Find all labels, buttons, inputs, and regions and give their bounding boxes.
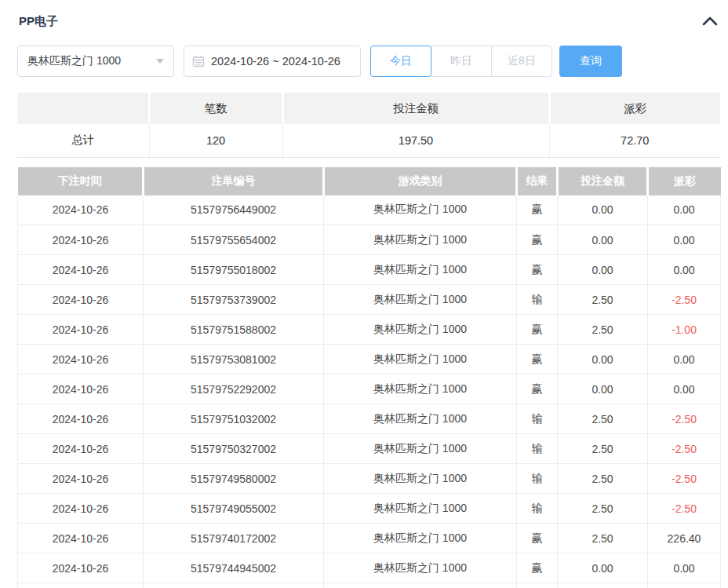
cell-bet-amount: 2.50 — [558, 285, 648, 315]
cell-payout: 0.00 — [648, 374, 721, 404]
cell-order-id: 51579752292002 — [144, 374, 324, 404]
quick-button-last-8-days[interactable]: 近8日 — [491, 46, 552, 77]
cell-order-id: 51579750327002 — [144, 434, 324, 464]
cell-game-type: 奥林匹斯之门 1000 — [324, 494, 517, 524]
table-row: 2024-10-2651579755654002奥林匹斯之门 1000赢0.00… — [18, 225, 721, 255]
summary-total-label: 总计 — [17, 124, 149, 157]
cell-bet-time: 2024-10-26 — [18, 195, 144, 225]
summary-total-row: 总计 120 197.50 72.70 — [17, 124, 720, 157]
table-row: 2024-10-2651579740172002奥林匹斯之门 1000赢2.50… — [18, 524, 721, 553]
cell-order-id: 51579753081002 — [144, 345, 324, 374]
cell-order-id: 51579756449002 — [144, 195, 324, 225]
cell-game-type: 奥林匹斯之门 1000 — [324, 404, 517, 434]
cell-bet-amount: 2.50 — [558, 464, 648, 494]
header-order-id: 注单编号 — [144, 167, 324, 195]
cell-result: 输 — [517, 434, 558, 464]
cell-order-id: 51579744945002 — [144, 553, 324, 583]
table-row: 2024-10-2651579752292002奥林匹斯之门 1000赢0.00… — [18, 374, 721, 404]
cell-bet-amount: 0.00 — [558, 195, 648, 225]
cell-result: 赢 — [517, 374, 558, 404]
cell-order-id — [144, 583, 324, 588]
bet-table-body: 2024-10-2651579756449002奥林匹斯之门 1000赢0.00… — [18, 195, 721, 588]
game-select[interactable]: 奥林匹斯之门 1000 — [17, 46, 174, 77]
cell-payout: -2.50 — [648, 404, 721, 434]
cell-payout: -2.50 — [648, 494, 721, 524]
game-select-value: 奥林匹斯之门 1000 — [27, 54, 121, 68]
cell-payout — [648, 583, 721, 588]
panel-title: PP电子 — [19, 14, 58, 29]
summary-header-count: 笔数 — [149, 93, 282, 124]
table-row: 2024-10-2651579744945002奥林匹斯之门 1000赢0.00… — [18, 553, 721, 583]
table-row: 2024-10-2651579751032002奥林匹斯之门 1000输2.50… — [18, 404, 721, 434]
header-bet-amount: 投注金额 — [558, 167, 648, 195]
cell-order-id: 51579753739002 — [144, 285, 324, 315]
collapse-button[interactable] — [700, 13, 720, 30]
table-row: 2024-10-2651579753739002奥林匹斯之门 1000输2.50… — [18, 285, 721, 315]
cell-bet-amount: 0.00 — [558, 225, 648, 255]
summary-header-bet-amount: 投注金额 — [282, 93, 549, 124]
cell-result: 赢 — [517, 225, 558, 255]
cell-bet-time: 2024-10-26 — [18, 404, 144, 434]
table-row: 2024-10-2651579750327002奥林匹斯之门 1000输2.50… — [18, 434, 721, 464]
cell-payout: 0.00 — [648, 255, 721, 285]
cell-bet-time — [18, 583, 144, 588]
cell-game-type: 奥林匹斯之门 1000 — [324, 374, 517, 404]
table-row: 2024-10-2651579756449002奥林匹斯之门 1000赢0.00… — [18, 195, 721, 225]
cell-bet-amount: 0.00 — [558, 255, 648, 285]
cell-payout: -2.50 — [648, 434, 721, 464]
summary-count-value: 120 — [149, 124, 282, 157]
cell-payout: 226.40 — [648, 524, 721, 553]
cell-payout: -2.50 — [648, 285, 721, 315]
quick-button-yesterday[interactable]: 昨日 — [431, 46, 492, 77]
cell-game-type: 奥林匹斯之门 1000 — [324, 345, 517, 374]
cell-result — [517, 583, 558, 588]
summary-header-blank — [17, 93, 149, 124]
header-result: 结果 — [517, 167, 558, 195]
cell-order-id: 51579749055002 — [144, 494, 324, 524]
cell-bet-amount: 2.50 — [558, 434, 648, 464]
summary-table: 笔数 投注金额 派彩 总计 120 197.50 72.70 — [17, 93, 720, 158]
cell-payout: 0.00 — [648, 553, 721, 583]
cell-payout: 0.00 — [648, 345, 721, 374]
cell-bet-time: 2024-10-26 — [18, 345, 144, 374]
cell-result: 输 — [517, 404, 558, 434]
cell-bet-time: 2024-10-26 — [18, 315, 144, 345]
cell-game-type: 奥林匹斯之门 1000 — [324, 255, 517, 285]
cell-bet-time: 2024-10-26 — [18, 285, 144, 315]
table-row-partial — [18, 583, 721, 588]
cell-bet-amount: 2.50 — [558, 315, 648, 345]
cell-bet-time: 2024-10-26 — [18, 494, 144, 524]
cell-bet-amount: 2.50 — [558, 404, 648, 434]
cell-game-type: 奥林匹斯之门 1000 — [324, 225, 517, 255]
summary-bet-amount-value: 197.50 — [282, 124, 549, 157]
cell-game-type: 奥林匹斯之门 1000 — [324, 524, 517, 553]
cell-result: 赢 — [517, 524, 558, 553]
cell-game-type: 奥林匹斯之门 1000 — [324, 195, 517, 225]
table-row: 2024-10-2651579755018002奥林匹斯之门 1000赢0.00… — [18, 255, 721, 285]
cell-payout: 0.00 — [648, 195, 721, 225]
header-game-type: 游戏类别 — [324, 167, 517, 195]
quick-button-today[interactable]: 今日 — [370, 46, 431, 77]
header-payout: 派彩 — [648, 167, 721, 195]
bet-table-header-row: 下注时间 注单编号 游戏类别 结果 投注金额 派彩 — [18, 167, 721, 195]
table-row: 2024-10-2651579749580002奥林匹斯之门 1000输2.50… — [18, 464, 721, 494]
query-button[interactable]: 查询 — [559, 46, 622, 77]
cell-bet-time: 2024-10-26 — [18, 255, 144, 285]
bet-records-table: 下注时间 注单编号 游戏类别 结果 投注金额 派彩 2024-10-265157… — [17, 167, 721, 588]
cell-order-id: 51579751032002 — [144, 404, 324, 434]
cell-result: 赢 — [517, 315, 558, 345]
cell-bet-time: 2024-10-26 — [18, 374, 144, 404]
chevron-up-icon — [702, 16, 718, 26]
date-range-input[interactable]: 2024-10-26 ~ 2024-10-26 — [184, 46, 361, 77]
summary-header-row: 笔数 投注金额 派彩 — [17, 93, 720, 124]
cell-bet-amount: 0.00 — [558, 345, 648, 374]
cell-payout: 0.00 — [648, 225, 721, 255]
cell-order-id: 51579755654002 — [144, 225, 324, 255]
cell-game-type: 奥林匹斯之门 1000 — [324, 553, 517, 583]
cell-game-type: 奥林匹斯之门 1000 — [324, 464, 517, 494]
header-bet-time: 下注时间 — [18, 167, 144, 195]
cell-bet-time: 2024-10-26 — [18, 464, 144, 494]
cell-game-type: 奥林匹斯之门 1000 — [324, 434, 517, 464]
cell-bet-amount: 2.50 — [558, 494, 648, 524]
chevron-down-icon — [156, 59, 164, 64]
